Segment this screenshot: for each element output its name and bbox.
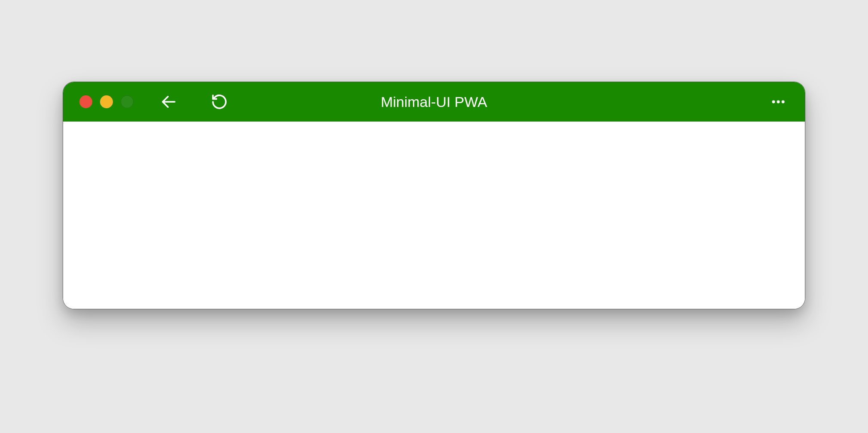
titlebar: Minimal-UI PWA — [63, 82, 805, 122]
traffic-lights — [79, 95, 134, 108]
window-title: Minimal-UI PWA — [381, 94, 487, 110]
minimize-button[interactable] — [100, 95, 113, 108]
maximize-button[interactable] — [121, 95, 134, 108]
more-horizontal-icon — [770, 94, 786, 110]
svg-point-1 — [772, 101, 775, 104]
close-button[interactable] — [79, 95, 92, 108]
more-button[interactable] — [768, 91, 789, 112]
content-area — [63, 122, 805, 309]
svg-point-3 — [782, 101, 785, 104]
svg-point-2 — [777, 101, 780, 104]
reload-icon — [211, 93, 228, 110]
app-window: Minimal-UI PWA — [63, 82, 805, 309]
reload-button[interactable] — [209, 91, 230, 112]
arrow-left-icon — [160, 93, 178, 111]
back-button[interactable] — [158, 91, 179, 112]
